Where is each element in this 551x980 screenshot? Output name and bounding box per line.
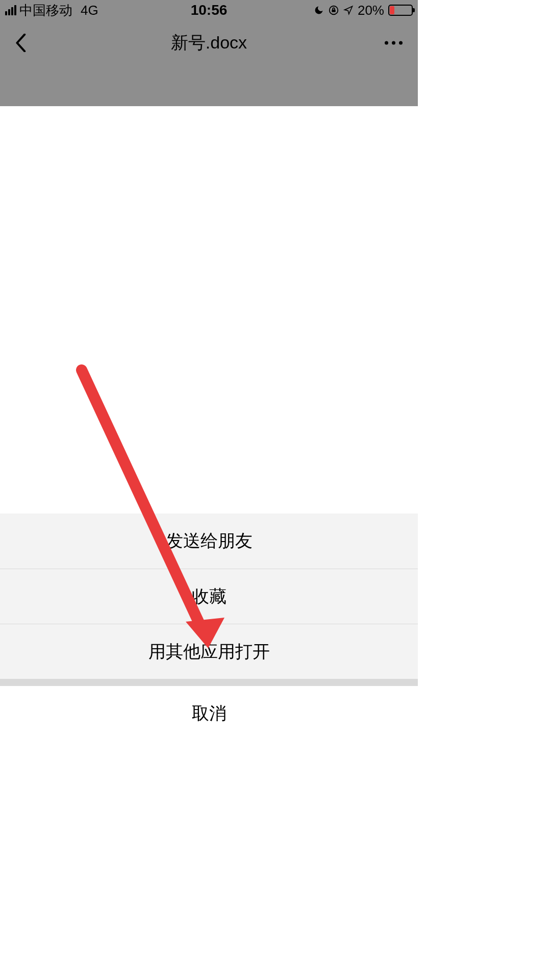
dot-icon <box>385 41 388 45</box>
battery-icon <box>388 5 413 16</box>
clock: 10:56 <box>191 2 228 18</box>
network-type: 4G <box>81 3 98 18</box>
signal-icon <box>5 5 16 15</box>
more-button[interactable] <box>380 36 408 50</box>
action-sheet: 发送给朋友 收藏 用其他应用打开 取消 <box>0 513 418 741</box>
sheet-item-label: 用其他应用打开 <box>148 640 270 664</box>
chevron-left-icon <box>15 34 26 52</box>
status-bar: 中国移动 4G 10:56 20% <box>0 0 418 20</box>
status-right: 20% <box>314 3 413 18</box>
sheet-separator <box>0 679 418 686</box>
navigation-bar: 新号.docx <box>0 20 418 65</box>
sheet-item-open-with-other-app[interactable]: 用其他应用打开 <box>0 624 418 679</box>
dot-icon <box>392 41 395 45</box>
carrier-label: 中国移动 <box>19 2 72 19</box>
sheet-item-send-to-friend[interactable]: 发送给朋友 <box>0 513 418 569</box>
dot-icon <box>399 41 403 45</box>
location-icon <box>343 5 354 15</box>
page-title: 新号.docx <box>171 31 247 55</box>
back-button[interactable] <box>10 33 31 53</box>
status-left: 中国移动 4G <box>5 2 98 19</box>
do-not-disturb-icon <box>314 5 324 15</box>
sheet-cancel-label: 取消 <box>192 702 227 725</box>
orientation-lock-icon <box>328 5 339 16</box>
sheet-cancel-button[interactable]: 取消 <box>0 686 418 741</box>
battery-percentage: 20% <box>358 3 384 18</box>
sheet-item-favorite[interactable]: 收藏 <box>0 569 418 624</box>
sheet-item-label: 收藏 <box>192 585 227 608</box>
sheet-item-label: 发送给朋友 <box>166 529 253 553</box>
